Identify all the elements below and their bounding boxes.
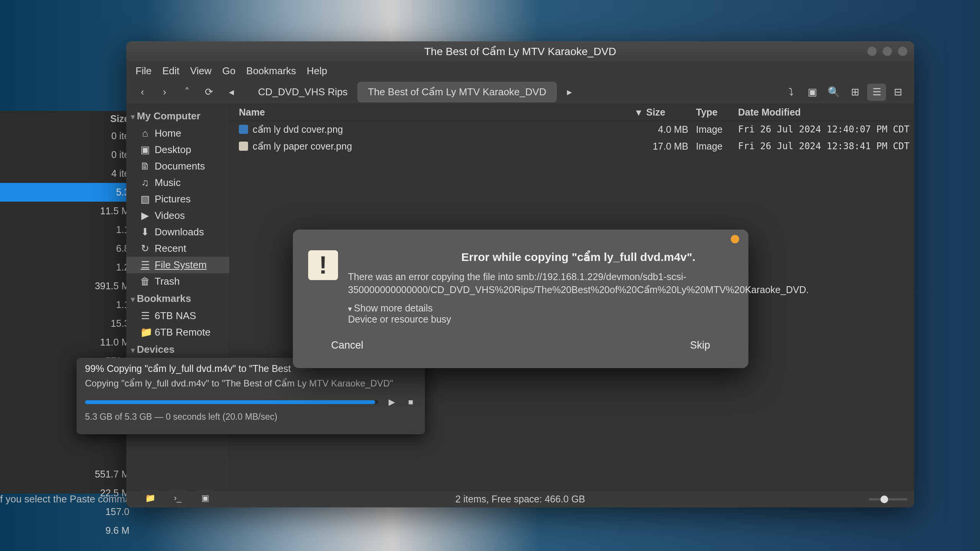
toolbar: ‹ › ˄ ⟳ ◂ CD_DVD_VHS RipsThe Best of Cẩm…: [126, 80, 914, 104]
sidebar-item-documents[interactable]: 🗎Documents: [126, 158, 229, 174]
copy-progress-dialog: 99% Copying "cẩm ly_full dvd.m4v" to "Th…: [77, 358, 425, 434]
new-terminal-button[interactable]: ▣: [803, 84, 822, 101]
file-system-icon: ☰: [140, 259, 150, 271]
sidebar-item-videos[interactable]: ▶Videos: [126, 207, 229, 224]
sidebar-item-label: Trash: [155, 276, 180, 287]
window-titlebar[interactable]: The Best of Cẩm Ly MTV Karaoke_DVD: [126, 41, 914, 61]
maximize-button[interactable]: [883, 47, 892, 56]
reload-button[interactable]: ⟳: [200, 84, 218, 101]
taskbar-terminal-icon[interactable]: ›_: [169, 490, 186, 507]
sidebar-section-bookmarks[interactable]: Bookmarks: [126, 290, 229, 308]
bg-size-row[interactable]: 11.0 M: [0, 333, 138, 352]
bg-size-row[interactable]: 15.3: [0, 314, 138, 333]
list-view-button[interactable]: ☰: [867, 84, 886, 101]
sidebar-item-label: Documents: [155, 160, 205, 172]
bg-size-row[interactable]: 11.5 M: [0, 202, 138, 220]
sidebar-item-label: Desktop: [155, 144, 191, 156]
videos-icon: ▶: [140, 210, 150, 222]
bg-size-header: Size: [0, 111, 138, 127]
file-row[interactable]: cẩm ly dvd cover.png4.0 MBImageFri 26 Ju…: [230, 121, 914, 138]
home-icon: ⌂: [140, 127, 150, 139]
sidebar-item-trash[interactable]: 🗑Trash: [126, 273, 229, 290]
back-button[interactable]: ‹: [133, 84, 152, 101]
icon-view-button[interactable]: ⊞: [846, 84, 864, 101]
show-more-details-toggle[interactable]: Show more details: [348, 303, 809, 314]
recent-icon: ↻: [140, 243, 150, 254]
sidebar-section-my-computer[interactable]: My Computer: [126, 107, 229, 125]
bg-size-row[interactable]: 1.2: [0, 258, 138, 277]
sidebar-item-downloads[interactable]: ⬇Downloads: [126, 224, 229, 240]
bg-size-row[interactable]: 551.7 M: [0, 465, 138, 484]
minimize-button[interactable]: [867, 47, 877, 56]
file-date: Fri 26 Jul 2024 12:38:41 PM CDT: [738, 141, 914, 152]
search-button[interactable]: 🔍: [825, 84, 843, 101]
sidebar-item-label: Downloads: [155, 226, 204, 238]
file-size: 4.0 MB: [646, 124, 696, 135]
dialog-titlebar[interactable]: [293, 230, 748, 246]
bg-size-row[interactable]: 1.1: [0, 295, 138, 314]
sidebar-section-devices[interactable]: Devices: [126, 341, 229, 359]
bg-size-row[interactable]: 4 ite: [0, 164, 138, 183]
col-type[interactable]: Type: [696, 107, 738, 118]
bg-size-row[interactable]: 5.3: [0, 183, 138, 202]
taskbar-app-icon[interactable]: ▣: [197, 490, 214, 507]
col-size[interactable]: Size: [646, 107, 696, 118]
copy-stats: 5.3 GB of 5.3 GB — 0 seconds left (20.0 …: [85, 412, 416, 422]
sort-indicator-icon[interactable]: ▾: [631, 107, 646, 118]
col-name[interactable]: Name: [230, 107, 631, 118]
sidebar-item-label: Music: [155, 177, 181, 189]
sidebar-item-6tb-remote[interactable]: 📁6TB Remote: [126, 324, 229, 341]
file-row[interactable]: cẩm ly paper cover.png17.0 MBImageFri 26…: [230, 138, 914, 155]
forward-button[interactable]: ›: [155, 84, 174, 101]
sidebar-item-recent[interactable]: ↻Recent: [126, 240, 229, 257]
cancel-button[interactable]: Cancel: [316, 334, 379, 357]
menu-edit[interactable]: Edit: [162, 65, 180, 77]
taskbar-files-icon[interactable]: 📁: [142, 490, 158, 507]
breadcrumb-segment[interactable]: The Best of Cẩm Ly MTV Karaoke_DVD: [358, 82, 557, 102]
status-text: 2 items, Free space: 466.0 GB: [455, 494, 585, 505]
skip-button[interactable]: Skip: [675, 334, 725, 357]
sidebar-item-desktop[interactable]: ▣Desktop: [126, 142, 229, 158]
menu-go[interactable]: Go: [222, 65, 236, 77]
sidebar-item-pictures[interactable]: ▧Pictures: [126, 191, 229, 207]
bg-size-row[interactable]: 391.5 M: [0, 277, 138, 295]
menu-view[interactable]: View: [190, 65, 212, 77]
music-icon: ♫: [140, 177, 150, 189]
bg-size-row[interactable]: 157.0: [0, 502, 138, 521]
play-button[interactable]: ▶: [386, 397, 397, 407]
sidebar-item-label: File System: [155, 259, 207, 271]
path-back-button[interactable]: ◂: [222, 84, 240, 101]
breadcrumb-segment[interactable]: CD_DVD_VHS Rips: [248, 82, 358, 102]
bg-size-row[interactable]: 9.6 M: [0, 521, 138, 540]
zoom-slider[interactable]: [869, 498, 907, 500]
col-date[interactable]: Date Modified: [738, 107, 914, 118]
dialog-detail-text: Device or resource busy: [348, 314, 809, 325]
up-button[interactable]: ˄: [178, 84, 196, 101]
file-date: Fri 26 Jul 2024 12:40:07 PM CDT: [738, 124, 914, 135]
window-title: The Best of Cẩm Ly MTV Karaoke_DVD: [424, 45, 616, 58]
toggle-path-button[interactable]: ⤵: [782, 84, 800, 101]
bg-size-row[interactable]: 0 ite: [0, 145, 138, 164]
menu-file[interactable]: File: [136, 65, 152, 77]
dialog-heading: Error while copying "cẩm ly_full dvd.m4v…: [348, 250, 809, 264]
file-list-header[interactable]: Name ▾ Size Type Date Modified: [230, 104, 914, 121]
bg-size-row[interactable]: 1.1: [0, 220, 138, 239]
sidebar-item-home[interactable]: ⌂Home: [126, 125, 229, 142]
sidebar-item-6tb-nas[interactable]: ☰6TB NAS: [126, 308, 229, 324]
stop-button[interactable]: ■: [405, 397, 416, 407]
sidebar-item-label: Recent: [155, 243, 186, 254]
sidebar-item-music[interactable]: ♫Music: [126, 174, 229, 191]
close-button[interactable]: [898, 47, 907, 56]
menu-bookmarks[interactable]: Bookmarks: [246, 65, 296, 77]
file-size: 17.0 MB: [646, 141, 696, 152]
dialog-close-button[interactable]: [731, 235, 739, 243]
downloads-icon: ⬇: [140, 226, 150, 238]
breadcrumb: CD_DVD_VHS RipsThe Best of Cẩm Ly MTV Ka…: [248, 82, 557, 102]
bg-size-row[interactable]: 0 ite: [0, 127, 138, 145]
bg-size-row[interactable]: 6.8: [0, 239, 138, 258]
path-forward-button[interactable]: ▸: [560, 84, 579, 101]
sidebar-item-label: Pictures: [155, 193, 191, 205]
sidebar-item-file-system[interactable]: ☰File System: [126, 257, 229, 273]
menu-help[interactable]: Help: [307, 65, 327, 77]
compact-view-button[interactable]: ⊟: [889, 84, 907, 101]
